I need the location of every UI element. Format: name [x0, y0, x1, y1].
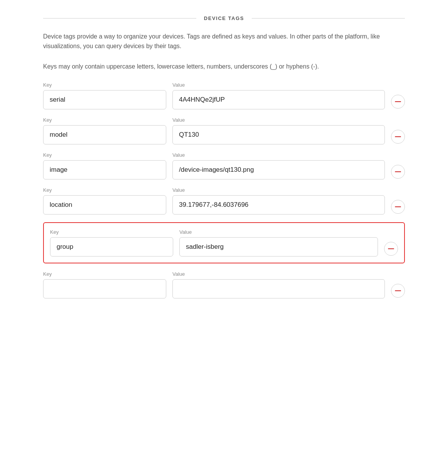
value-field-group: Value: [179, 229, 378, 256]
key-input[interactable]: [43, 125, 166, 144]
remove-tag-button[interactable]: [391, 284, 405, 298]
key-input[interactable]: [43, 195, 166, 215]
tag-row: KeyValue: [43, 152, 405, 179]
key-label: Key: [43, 187, 166, 193]
remove-tag-button[interactable]: [391, 200, 405, 214]
value-field-group: Value: [172, 271, 385, 298]
remove-tag-button[interactable]: [391, 95, 405, 109]
value-input[interactable]: [172, 195, 385, 215]
value-label: Value: [172, 271, 385, 277]
key-label: Key: [43, 271, 166, 277]
value-label: Value: [172, 187, 385, 193]
value-field-group: Value: [172, 152, 385, 179]
key-label: Key: [43, 82, 166, 88]
value-label: Value: [172, 152, 385, 158]
key-field-group: Key: [43, 271, 166, 298]
key-field-group: Key: [43, 152, 166, 179]
value-field-group: Value: [172, 82, 385, 109]
key-field-group: Key: [43, 82, 166, 109]
remove-tag-button[interactable]: [384, 242, 398, 256]
remove-tag-button[interactable]: [391, 165, 405, 179]
tag-row: KeyValue: [43, 271, 405, 298]
value-field-group: Value: [172, 187, 385, 215]
section-title: DEVICE TAGS: [196, 15, 252, 21]
value-label: Value: [179, 229, 378, 235]
key-input[interactable]: [43, 160, 166, 179]
tags-container: KeyValueKeyValueKeyValueKeyValueKeyValue…: [43, 82, 405, 306]
key-input[interactable]: [43, 279, 166, 298]
tag-row: KeyValue: [43, 82, 405, 109]
key-input[interactable]: [43, 90, 166, 109]
value-input[interactable]: [172, 160, 385, 179]
tag-row: KeyValue: [43, 117, 405, 144]
tag-fields: KeyValue: [43, 82, 405, 109]
key-label: Key: [43, 152, 166, 158]
minus-icon: [395, 290, 401, 291]
minus-icon: [395, 171, 401, 172]
tag-fields: KeyValue: [50, 229, 398, 256]
key-input[interactable]: [50, 237, 173, 256]
tag-fields: KeyValue: [43, 187, 405, 215]
key-label: Key: [43, 117, 166, 123]
value-label: Value: [172, 117, 385, 123]
minus-icon: [395, 101, 401, 102]
key-field-group: Key: [50, 229, 173, 256]
key-field-group: Key: [43, 117, 166, 144]
tag-row: KeyValue: [43, 187, 405, 215]
value-input[interactable]: [172, 90, 385, 109]
description-2: Keys may only contain uppercase letters,…: [43, 62, 405, 72]
value-label: Value: [172, 82, 385, 88]
tag-fields: KeyValue: [43, 117, 405, 144]
description-1: Device tags provide a way to organize yo…: [43, 32, 405, 51]
value-input[interactable]: [179, 237, 378, 256]
key-field-group: Key: [43, 187, 166, 215]
minus-icon: [395, 206, 401, 207]
page-container: DEVICE TAGS Device tags provide a way to…: [20, 0, 428, 322]
value-input[interactable]: [172, 279, 385, 298]
value-input[interactable]: [172, 125, 385, 144]
tag-row: KeyValue: [43, 222, 405, 263]
minus-icon: [395, 136, 401, 137]
value-field-group: Value: [172, 117, 385, 144]
tag-fields: KeyValue: [43, 271, 405, 298]
key-label: Key: [50, 229, 173, 235]
section-divider: DEVICE TAGS: [43, 15, 405, 21]
tag-fields: KeyValue: [43, 152, 405, 179]
minus-icon: [388, 248, 394, 249]
remove-tag-button[interactable]: [391, 130, 405, 144]
